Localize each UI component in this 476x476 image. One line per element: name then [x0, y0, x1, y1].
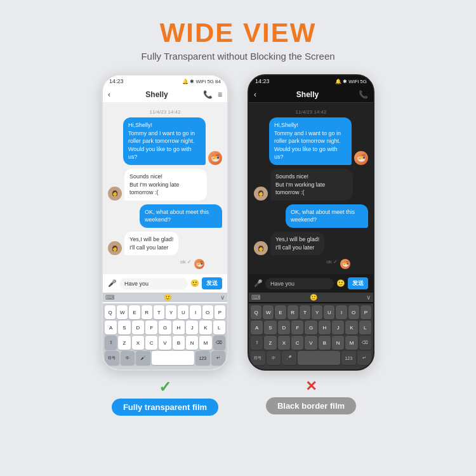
- key-I-dark[interactable]: I: [336, 305, 347, 319]
- input-field-white[interactable]: Have you: [119, 278, 188, 289]
- phone-white-wrapper: 14:23 🔔 ✱ WiFi 5G 84 ‹ Shelly 📞 ≡: [102, 74, 228, 416]
- key-X-dark[interactable]: X: [278, 336, 290, 350]
- key-K-white[interactable]: K: [199, 321, 211, 334]
- key-J-dark[interactable]: J: [332, 321, 344, 334]
- emoji-icon-white[interactable]: 🙂: [190, 279, 199, 288]
- key-space-white[interactable]: [152, 351, 195, 365]
- key-N-dark[interactable]: N: [332, 336, 344, 350]
- key-W-white[interactable]: W: [117, 305, 128, 319]
- key-del-white[interactable]: ⌫: [213, 336, 225, 350]
- key-Q-dark[interactable]: Q: [251, 305, 261, 319]
- key-V-white[interactable]: V: [159, 336, 171, 350]
- bubble-in-2-white: Yes,I will be glad!I'll call you later: [124, 232, 178, 255]
- key-S-white[interactable]: S: [118, 321, 130, 334]
- key-V-dark[interactable]: V: [305, 336, 317, 350]
- key-T-white[interactable]: T: [154, 305, 164, 319]
- input-field-dark[interactable]: Have you: [265, 278, 334, 289]
- key-P-dark[interactable]: P: [360, 305, 371, 319]
- key-G-dark[interactable]: G: [305, 321, 317, 334]
- mic-icon-dark[interactable]: 🎤: [254, 279, 263, 288]
- phone-icon-dark[interactable]: 📞: [359, 90, 368, 99]
- key-Z-white[interactable]: Z: [118, 336, 130, 350]
- key-X-white[interactable]: X: [132, 336, 144, 350]
- back-arrow-dark[interactable]: ‹: [254, 90, 256, 99]
- key-E-white[interactable]: E: [129, 305, 140, 319]
- key-cn-dark[interactable]: 中: [267, 351, 281, 365]
- key-F-white[interactable]: F: [145, 321, 157, 334]
- key-W-dark[interactable]: W: [263, 305, 274, 319]
- key-mic-dark[interactable]: 🎤: [282, 351, 296, 365]
- page-subtitle: Fully Transparent without Blocking the S…: [141, 51, 334, 62]
- cross-icon: ✕: [305, 378, 317, 395]
- avatar-in-1-white: 👩: [108, 187, 122, 201]
- key-R-white[interactable]: R: [142, 305, 152, 319]
- key-H-dark[interactable]: H: [319, 321, 331, 334]
- bubble-out-1-dark: Hi,Shelly!Tommy and I want to go in roll…: [269, 117, 352, 165]
- mic-icon-white[interactable]: 🎤: [108, 279, 117, 288]
- key-G-white[interactable]: G: [159, 321, 171, 334]
- key-sym-dark[interactable]: 符号: [251, 351, 265, 365]
- chat-header-icons-dark: 📞: [359, 90, 368, 99]
- chat-area-dark: 11/4/23 14:42 Hi,Shelly!Tommy and I want…: [249, 103, 373, 274]
- phone-icon-white[interactable]: 📞: [203, 90, 213, 99]
- key-enter-white[interactable]: ↵: [211, 351, 226, 365]
- key-A-white[interactable]: A: [105, 321, 117, 334]
- emoji-ok-white: 🍜: [194, 259, 204, 269]
- msg-out-1-dark: Hi,Shelly!Tommy and I want to go in roll…: [254, 117, 368, 165]
- key-J-white[interactable]: J: [186, 321, 198, 334]
- key-O-white[interactable]: O: [202, 305, 213, 319]
- key-C-dark[interactable]: C: [291, 336, 303, 350]
- kb-icon2-white: 🙂: [164, 294, 171, 301]
- key-D-white[interactable]: D: [132, 321, 144, 334]
- key-R-dark[interactable]: R: [288, 305, 298, 319]
- key-H-white[interactable]: H: [173, 321, 185, 334]
- key-123-white[interactable]: 123: [195, 351, 210, 365]
- key-cn-white[interactable]: 中: [121, 351, 135, 365]
- key-A-dark[interactable]: A: [251, 321, 263, 334]
- key-U-dark[interactable]: U: [324, 305, 334, 319]
- key-Z-dark[interactable]: Z: [264, 336, 276, 350]
- pill-black-border: Black border film: [266, 397, 356, 414]
- key-O-dark[interactable]: O: [348, 305, 359, 319]
- key-enter-dark[interactable]: ↵: [357, 351, 372, 365]
- key-Y-dark[interactable]: Y: [312, 305, 322, 319]
- send-btn-white[interactable]: 发送: [202, 277, 222, 289]
- page-title: WIDE VIEW: [141, 18, 334, 48]
- avatar-in-1-dark: 👩: [254, 187, 268, 201]
- key-F-dark[interactable]: F: [291, 321, 303, 334]
- key-space-dark[interactable]: [298, 351, 341, 365]
- key-M-white[interactable]: M: [199, 336, 211, 350]
- key-U-white[interactable]: U: [178, 305, 188, 319]
- menu-icon-white[interactable]: ≡: [218, 90, 222, 99]
- key-E-dark[interactable]: E: [275, 305, 286, 319]
- key-B-dark[interactable]: B: [319, 336, 331, 350]
- kb-toprow-white: ⌨ 🙂 ∨: [103, 293, 227, 302]
- back-arrow-white[interactable]: ‹: [108, 90, 110, 99]
- key-mic-white[interactable]: 🎤: [136, 351, 150, 365]
- key-shift-dark[interactable]: ⇧: [251, 336, 263, 350]
- key-I-white[interactable]: I: [190, 305, 201, 319]
- key-M-dark[interactable]: M: [345, 336, 357, 350]
- send-btn-dark[interactable]: 发送: [348, 277, 368, 289]
- key-Q-white[interactable]: Q: [105, 305, 116, 319]
- emoji-icon-dark[interactable]: 🙂: [336, 279, 345, 288]
- key-L-dark[interactable]: L: [359, 321, 371, 334]
- key-L-white[interactable]: L: [213, 321, 225, 334]
- key-P-white[interactable]: P: [215, 305, 225, 319]
- key-Y-white[interactable]: Y: [166, 305, 176, 319]
- input-area-dark: 🎤 Have you 🙂 发送: [249, 274, 373, 293]
- key-D-dark[interactable]: D: [278, 321, 290, 334]
- key-T-dark[interactable]: T: [300, 305, 310, 319]
- key-S-dark[interactable]: S: [264, 321, 276, 334]
- key-123-dark[interactable]: 123: [341, 351, 356, 365]
- key-K-dark[interactable]: K: [345, 321, 357, 334]
- key-shift-white[interactable]: ⇧: [105, 336, 117, 350]
- avatar-out-1-white: 🍜: [208, 151, 222, 165]
- status-icons-white: 🔔 ✱ WiFi 5G 84: [182, 79, 221, 84]
- key-C-white[interactable]: C: [145, 336, 157, 350]
- key-del-dark[interactable]: ⌫: [359, 336, 371, 350]
- key-B-white[interactable]: B: [173, 336, 185, 350]
- chat-header-dark: ‹ Shelly 📞: [249, 87, 373, 103]
- key-N-white[interactable]: N: [186, 336, 198, 350]
- key-sym-white[interactable]: 符号: [105, 351, 119, 365]
